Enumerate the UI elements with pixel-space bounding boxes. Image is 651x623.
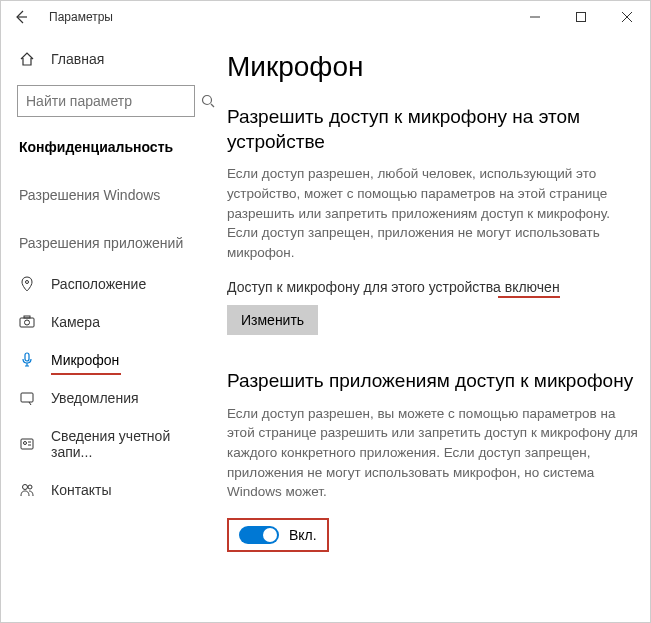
back-button[interactable] <box>9 10 33 24</box>
camera-icon <box>19 314 35 330</box>
svg-point-10 <box>23 485 28 490</box>
close-icon <box>622 12 632 22</box>
search-box[interactable] <box>17 85 195 117</box>
sidebar-item-microphone[interactable]: Микрофон <box>1 341 211 379</box>
home-label: Главная <box>51 51 104 67</box>
svg-point-11 <box>28 485 32 489</box>
section1-title: Разрешить доступ к микрофону на этом уст… <box>227 105 638 154</box>
notification-icon <box>19 390 35 406</box>
toggle-knob <box>263 528 277 542</box>
home-icon <box>19 51 35 67</box>
app-access-toggle-row: Вкл. <box>227 518 329 552</box>
section-windows-permissions: Разрешения Windows <box>1 169 211 217</box>
contacts-icon <box>19 482 35 498</box>
svg-point-4 <box>25 320 30 325</box>
sidebar-item-account-info[interactable]: Сведения учетной запи... <box>1 417 211 471</box>
arrow-left-icon <box>14 10 28 24</box>
close-button[interactable] <box>604 1 650 33</box>
app-access-toggle[interactable] <box>239 526 279 544</box>
sidebar-item-label: Расположение <box>51 276 146 292</box>
search-input[interactable] <box>26 93 201 109</box>
status-value: включен <box>505 279 560 295</box>
svg-rect-5 <box>24 316 30 318</box>
svg-point-1 <box>203 96 212 105</box>
status-prefix: Доступ к микрофону для этого устройства <box>227 279 505 295</box>
minimize-button[interactable] <box>512 1 558 33</box>
category-title: Конфиденциальность <box>1 131 211 169</box>
search-icon <box>201 94 215 108</box>
location-icon <box>19 276 35 292</box>
section2-title: Разрешить приложениям доступ к микрофону <box>227 369 638 394</box>
device-access-status: Доступ к микрофону для этого устройства … <box>227 279 560 295</box>
sidebar-item-label: Сведения учетной запи... <box>51 428 193 460</box>
window-title: Параметры <box>49 10 113 24</box>
sidebar-item-label: Контакты <box>51 482 111 498</box>
titlebar: Параметры <box>1 1 650 33</box>
settings-window: Параметры Главная <box>0 0 651 623</box>
content-area: Главная Конфиденциальность Разрешения Wi… <box>1 33 650 622</box>
svg-rect-6 <box>25 353 29 361</box>
highlight-underline <box>498 296 560 298</box>
maximize-icon <box>576 12 586 22</box>
svg-rect-7 <box>21 393 33 402</box>
section2-description: Если доступ разрешен, вы можете с помощь… <box>227 404 638 502</box>
highlight-underline <box>51 373 121 375</box>
sidebar-item-camera[interactable]: Камера <box>1 303 211 341</box>
home-link[interactable]: Главная <box>1 41 211 77</box>
svg-point-9 <box>24 442 27 445</box>
maximize-button[interactable] <box>558 1 604 33</box>
svg-rect-0 <box>577 13 586 22</box>
sidebar-item-notifications[interactable]: Уведомления <box>1 379 211 417</box>
sidebar-item-label: Микрофон <box>51 352 119 368</box>
page-title: Микрофон <box>227 51 638 83</box>
window-controls <box>512 1 650 33</box>
section-app-permissions: Разрешения приложений <box>1 217 211 265</box>
toggle-label: Вкл. <box>289 527 317 543</box>
microphone-icon <box>19 352 35 368</box>
sidebar-item-label: Камера <box>51 314 100 330</box>
main-panel: Микрофон Разрешить доступ к микрофону на… <box>211 33 650 622</box>
svg-rect-3 <box>20 318 34 327</box>
svg-rect-8 <box>21 439 33 449</box>
sidebar: Главная Конфиденциальность Разрешения Wi… <box>1 33 211 622</box>
account-icon <box>19 436 35 452</box>
change-button[interactable]: Изменить <box>227 305 318 335</box>
svg-point-2 <box>26 281 29 284</box>
sidebar-item-location[interactable]: Расположение <box>1 265 211 303</box>
sidebar-item-contacts[interactable]: Контакты <box>1 471 211 509</box>
section1-description: Если доступ разрешен, любой человек, исп… <box>227 164 638 262</box>
sidebar-item-label: Уведомления <box>51 390 139 406</box>
minimize-icon <box>530 12 540 22</box>
